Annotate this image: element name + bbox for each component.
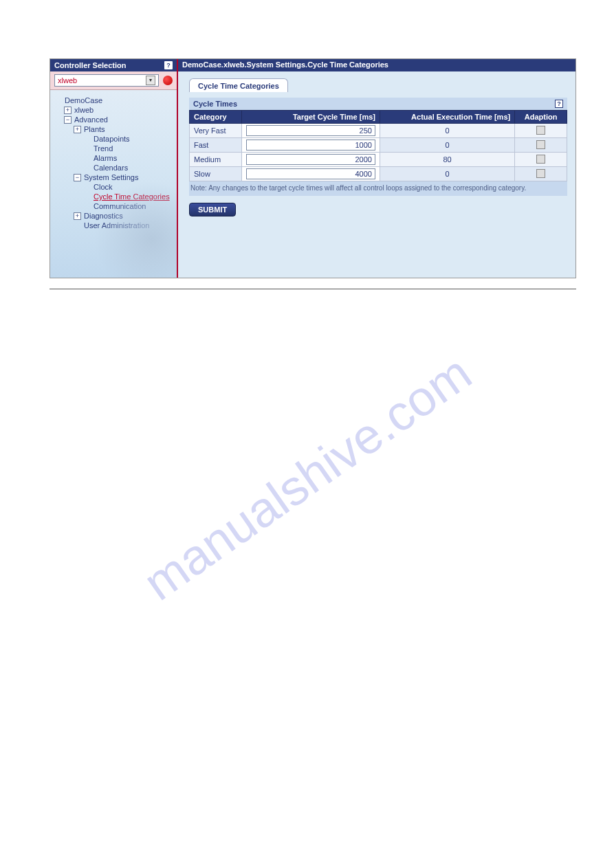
tree-label: Calendars	[94, 164, 128, 172]
header-bar: Controller Selection ? DemoCase.xlweb.Sy…	[50, 59, 575, 71]
tree-label: Cycle Time Categories	[94, 192, 170, 201]
tree-item[interactable]: Alarms	[83, 153, 173, 163]
tree-expand-icon[interactable]: +	[74, 212, 81, 220]
panel-title: Cycle Times	[193, 100, 237, 108]
tree-root[interactable]: DemoCase	[54, 96, 173, 105]
nav-tree: DemoCase + xlweb − Advanced + Plants Dat…	[50, 90, 177, 236]
cell-actual: 0	[380, 138, 514, 153]
cell-category: Medium	[190, 153, 242, 167]
main-content: Cycle Time Categories Cycle Times ? Cate…	[178, 71, 575, 278]
cell-actual: 0	[380, 167, 514, 181]
tree-item-selected[interactable]: Cycle Time Categories	[83, 192, 173, 201]
target-input[interactable]	[246, 168, 375, 179]
adaption-checkbox[interactable]	[536, 140, 545, 149]
page-divider	[50, 289, 576, 289]
tree-label: Trend	[94, 144, 113, 153]
panel-header: Cycle Times ?	[189, 98, 567, 110]
tree-collapse-icon[interactable]: −	[74, 174, 81, 181]
controller-selector-value: xlweb	[58, 76, 77, 85]
cycle-times-table: Category Target Cycle Time [ms] Actual E…	[189, 110, 567, 181]
tree-item[interactable]: Clock	[83, 182, 173, 192]
table-row: Fast 0	[190, 138, 567, 153]
tree-label: xlweb	[74, 106, 94, 114]
tree-item[interactable]: Datapoints	[83, 134, 173, 144]
tree-label: DemoCase	[65, 96, 102, 104]
target-input[interactable]	[246, 125, 375, 136]
table-row: Medium 80	[190, 153, 567, 167]
table-row: Very Fast 0	[190, 124, 567, 138]
tree-label: Datapoints	[94, 135, 130, 143]
tree-label: Plants	[84, 125, 105, 133]
table-note: Note: Any changes to the target cycle ti…	[189, 181, 567, 196]
tree-item[interactable]: − System Settings	[74, 173, 173, 182]
sidebar: xlweb ▾ DemoCase + xlweb − Advanced	[50, 71, 178, 278]
watermark: manualshive.com	[133, 344, 481, 611]
target-input[interactable]	[246, 140, 375, 151]
target-input[interactable]	[246, 154, 375, 165]
col-adaption: Adaption	[515, 111, 567, 124]
breadcrumb: DemoCase.xlweb.System Settings.Cycle Tim…	[178, 59, 575, 71]
tree-item[interactable]: Trend	[83, 144, 173, 153]
help-icon[interactable]: ?	[164, 61, 173, 69]
tree-collapse-icon[interactable]: −	[64, 116, 72, 124]
tree-label: Advanced	[74, 115, 108, 124]
adaption-checkbox[interactable]	[536, 169, 545, 178]
tree-expand-icon[interactable]: +	[64, 107, 72, 114]
cell-category: Slow	[190, 167, 242, 181]
tree-expand-icon[interactable]: +	[74, 126, 81, 133]
tree-item[interactable]: − Advanced	[64, 115, 173, 124]
header-left-title: Controller Selection	[54, 61, 127, 69]
col-category: Category	[190, 111, 242, 124]
body: xlweb ▾ DemoCase + xlweb − Advanced	[50, 71, 575, 278]
status-dot-icon[interactable]	[163, 76, 173, 85]
cell-actual: 80	[380, 153, 514, 167]
tab-cycle-time-categories[interactable]: Cycle Time Categories	[189, 78, 288, 92]
controller-selector[interactable]: xlweb ▾	[54, 74, 159, 87]
tree-label: Clock	[94, 183, 113, 191]
table-row: Slow 0	[190, 167, 567, 181]
tab-bar: Cycle Time Categories	[189, 78, 567, 92]
tree-item[interactable]: + xlweb	[64, 105, 173, 115]
adaption-checkbox[interactable]	[536, 126, 545, 135]
col-actual: Actual Execution Time [ms]	[380, 111, 514, 124]
controller-selector-row: xlweb ▾	[50, 71, 177, 90]
cell-actual: 0	[380, 124, 514, 138]
tree-item[interactable]: User Administration	[74, 221, 173, 230]
tree-label: Diagnostics	[84, 212, 123, 220]
tree-item[interactable]: Communication	[83, 201, 173, 211]
tree-label: User Administration	[84, 221, 149, 230]
tree-label: Communication	[94, 202, 146, 210]
help-icon[interactable]: ?	[555, 100, 563, 108]
tree-item[interactable]: Calendars	[83, 163, 173, 173]
tree-label: System Settings	[84, 173, 138, 181]
tree-label: Alarms	[94, 154, 117, 162]
cell-category: Fast	[190, 138, 242, 153]
tree-item[interactable]: + Plants	[74, 124, 173, 134]
chevron-down-icon[interactable]: ▾	[146, 76, 155, 85]
header-left: Controller Selection ?	[50, 59, 178, 71]
submit-button[interactable]: SUBMIT	[189, 203, 236, 216]
tree-item[interactable]: + Diagnostics	[74, 211, 173, 221]
app-window: Controller Selection ? DemoCase.xlweb.Sy…	[50, 58, 576, 278]
cell-category: Very Fast	[190, 124, 242, 138]
col-target: Target Cycle Time [ms]	[241, 111, 380, 124]
adaption-checkbox[interactable]	[536, 155, 545, 164]
